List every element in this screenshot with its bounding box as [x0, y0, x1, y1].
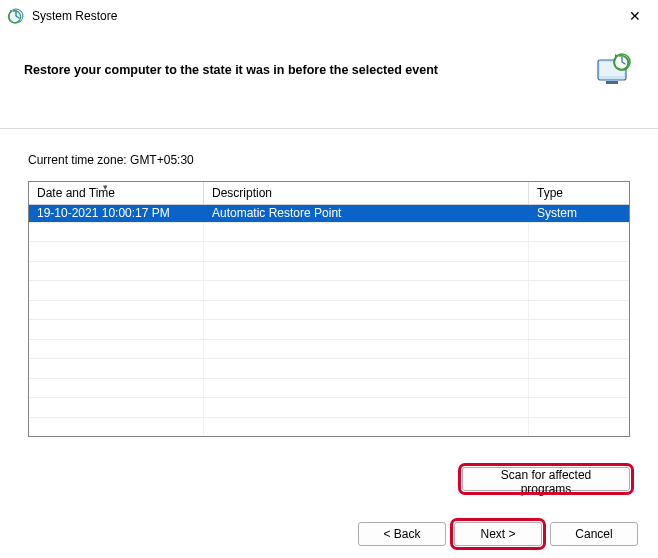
next-button[interactable]: Next >	[454, 522, 542, 546]
footer-buttons: < Back Next > Cancel	[358, 522, 638, 546]
restore-monitor-icon	[594, 50, 634, 90]
restore-points-table: Date and Time ▾ Description Type 19-10-2…	[28, 181, 630, 437]
cell-description: Automatic Restore Point	[204, 205, 529, 222]
table-header: Date and Time ▾ Description Type	[29, 182, 629, 205]
page-heading: Restore your computer to the state it wa…	[24, 63, 438, 77]
cell-type: System	[529, 205, 629, 222]
sort-desc-icon: ▾	[103, 182, 108, 192]
empty-rows	[29, 223, 629, 436]
column-header-type[interactable]: Type	[529, 182, 629, 204]
svg-rect-4	[606, 81, 618, 84]
window-title: System Restore	[32, 9, 612, 23]
column-header-description[interactable]: Description	[204, 182, 529, 204]
scan-affected-programs-button[interactable]: Scan for affected programs	[462, 467, 630, 491]
timezone-label: Current time zone: GMT+05:30	[28, 153, 630, 167]
close-icon: ✕	[629, 8, 641, 24]
content-area: Current time zone: GMT+05:30 Date and Ti…	[0, 128, 658, 453]
cancel-button[interactable]: Cancel	[550, 522, 638, 546]
scan-row: Scan for affected programs	[0, 453, 658, 491]
system-restore-icon	[8, 8, 24, 24]
back-button[interactable]: < Back	[358, 522, 446, 546]
titlebar: System Restore ✕	[0, 0, 658, 32]
close-button[interactable]: ✕	[612, 0, 658, 32]
table-row[interactable]: 19-10-2021 10:00:17 PM Automatic Restore…	[29, 205, 629, 223]
header-row: Restore your computer to the state it wa…	[0, 32, 658, 102]
table-body: 19-10-2021 10:00:17 PM Automatic Restore…	[29, 205, 629, 436]
cell-date-time: 19-10-2021 10:00:17 PM	[29, 205, 204, 222]
column-header-date-time[interactable]: Date and Time ▾	[29, 182, 204, 204]
